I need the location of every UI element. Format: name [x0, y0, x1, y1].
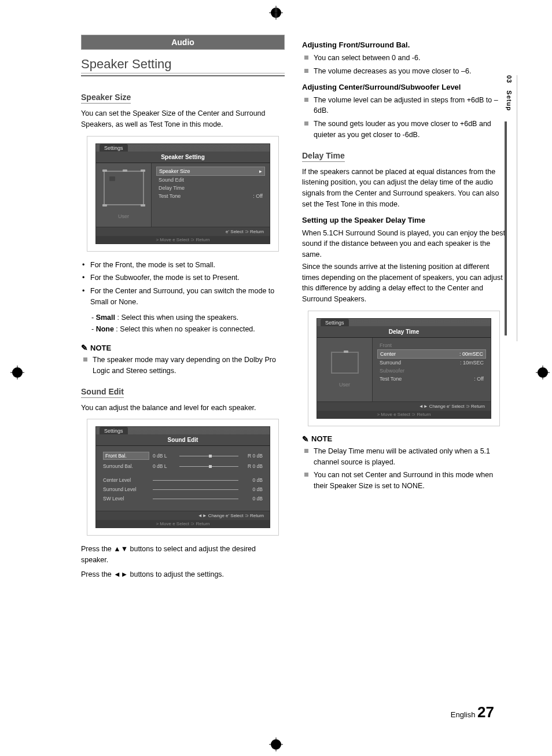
osd3-header: Delay Time	[317, 326, 491, 338]
note-list: The Delay Time menu will be activated on…	[302, 446, 506, 492]
side-rule-light	[517, 75, 517, 341]
sound-edit-intro: You can adjust the balance and level for…	[81, 403, 285, 414]
osd3-footer-ghost: > Move e Select ⊃ Return	[317, 411, 491, 418]
osd3-item-front: Front	[377, 341, 486, 349]
crop-mark-bottom	[269, 737, 283, 751]
osd2-row-front-bal[interactable]: Front Bal. 0 dB L R 0 dB	[103, 452, 263, 460]
list-item: The volume decreases as you move closer …	[314, 66, 506, 77]
note-list: The speaker mode may vary depending on t…	[81, 355, 285, 377]
osd1-item-sound-edit[interactable]: Sound Edit	[156, 176, 265, 184]
footer-language: English	[451, 710, 476, 719]
osd3-tab: Settings	[321, 319, 349, 326]
osd1-user-label: User	[118, 213, 129, 219]
osd-sound-edit: Settings Sound Edit Front Bal. 0 dB L R …	[87, 419, 279, 536]
crop-mark-left	[10, 366, 24, 379]
osd2-header: Sound Edit	[96, 434, 270, 446]
chapter-name: Setup	[506, 90, 513, 111]
chapter-number: 03	[506, 75, 513, 83]
note-heading: ✎ NOTE	[302, 434, 506, 444]
list-item: The Delay Time menu will be activated on…	[314, 446, 506, 468]
osd1-item-delay-time[interactable]: Delay Time	[156, 184, 265, 192]
chapter-tab: 03 Setup	[506, 75, 513, 111]
setup-delay-p1: When 5.1CH Surround Sound is played, you…	[302, 228, 506, 260]
osd1-room-diagram: User	[96, 163, 152, 227]
section-banner-audio: Audio	[81, 35, 285, 50]
speaker-size-bullets: For the Front, the mode is set to Small.…	[81, 260, 285, 308]
list-item: For the Front, the mode is set to Small.	[90, 260, 285, 271]
note-icon: ✎	[81, 343, 88, 352]
setup-delay-p2: Since the sounds arrive at the listening…	[302, 261, 506, 305]
delay-time-intro: If the speakers cannot be placed at equa…	[302, 167, 506, 210]
side-rule-dark	[505, 121, 507, 335]
osd-speaker-setting: Settings Speaker Setting User	[87, 136, 279, 252]
list-item: The sound gets louder as you move closer…	[314, 119, 506, 141]
adj-bal-list: You can select between 0 and -6. The vol…	[302, 53, 506, 77]
osd1-footer: e' Select ⊃ Return	[96, 227, 270, 236]
osd3-room-diagram: User	[317, 338, 373, 401]
heading-speaker-size: Speaker Size	[81, 93, 131, 104]
slider[interactable]	[179, 456, 238, 456]
crop-mark-top	[269, 6, 283, 20]
osd3-item-center[interactable]: Center : 00mSEC	[377, 349, 486, 359]
press-leftright-text: Press the ◄► buttons to adjust the setti…	[81, 569, 285, 580]
page-title: Speaker Setting	[81, 57, 285, 76]
osd2-row-center-level[interactable]: Center Level 0 dB	[103, 477, 263, 483]
osd1-footer-ghost: > Move e Select ⊃ Return	[96, 236, 270, 244]
heading-delay-time: Delay Time	[302, 151, 345, 162]
list-item: - None : Select this when no speaker is …	[91, 324, 285, 335]
list-item: The volume level can be adjusted in step…	[314, 95, 506, 117]
osd3-item-test-tone[interactable]: Test Tone : Off	[377, 375, 486, 383]
osd1-item-test-tone[interactable]: Test Tone : Off	[156, 192, 265, 200]
list-item: You can not set Center and Surround in t…	[314, 470, 506, 492]
heading-adj-bal: Adjusting Front/Surround Bal.	[302, 40, 506, 49]
press-updown-text: Press the ▲▼ buttons to select and adjus…	[81, 544, 285, 566]
note-icon: ✎	[302, 434, 309, 444]
slider[interactable]	[153, 499, 238, 499]
footer-page-number: 27	[477, 703, 494, 721]
osd3-footer: ◄► Change e' Select ⊃ Return	[317, 401, 491, 411]
speaker-size-intro: You can set the Speaker Size of the Cent…	[81, 108, 285, 130]
page-footer: English 27	[451, 703, 494, 721]
note-heading: ✎ NOTE	[81, 343, 285, 352]
heading-sound-edit: Sound Edit	[81, 387, 124, 398]
osd1-item-speaker-size[interactable]: Speaker Size ▸	[156, 167, 265, 176]
slider[interactable]	[179, 466, 238, 467]
osd1-header: Speaker Setting	[96, 152, 270, 163]
adj-level-list: The volume level can be adjusted in step…	[302, 95, 506, 141]
osd3-user-label: User	[339, 382, 350, 388]
speaker-size-sublist: - Small : Select this when using the spe…	[91, 312, 285, 335]
osd2-tab: Settings	[100, 427, 128, 434]
list-item: For the Subwoofer, the mode is set to Pr…	[90, 272, 285, 283]
slider[interactable]	[153, 489, 238, 490]
list-item: For the Center and Surround, you can swi…	[90, 286, 285, 308]
osd3-item-subwoofer: Subwoofer	[377, 367, 486, 375]
osd-delay-time: Settings Delay Time User Front Center : …	[308, 311, 500, 426]
list-item: The speaker mode may vary depending on t…	[93, 355, 285, 377]
osd1-tab: Settings	[100, 144, 128, 152]
crop-mark-right	[536, 366, 550, 379]
osd2-row-surround-bal[interactable]: Surround Bal. 0 dB L R 0 dB	[103, 463, 263, 469]
chevron-right-icon: ▸	[259, 168, 262, 174]
osd2-footer-ghost: > Move e Select ⊃ Return	[96, 520, 270, 528]
osd2-row-sw-level[interactable]: SW Level 0 dB	[103, 496, 263, 501]
list-item: - Small : Select this when using the spe…	[91, 312, 285, 323]
list-item: You can select between 0 and -6.	[314, 53, 506, 64]
heading-setup-delay: Setting up the Speaker Delay Time	[302, 216, 506, 224]
heading-adj-level: Adjusting Center/Surround/Subwoofer Leve…	[302, 83, 506, 91]
osd2-row-surround-level[interactable]: Surround Level 0 dB	[103, 486, 263, 492]
osd3-item-surround[interactable]: Surround : 10mSEC	[377, 359, 486, 367]
osd2-footer: ◄► Change e' Select ⊃ Return	[96, 511, 270, 520]
slider[interactable]	[153, 480, 238, 481]
